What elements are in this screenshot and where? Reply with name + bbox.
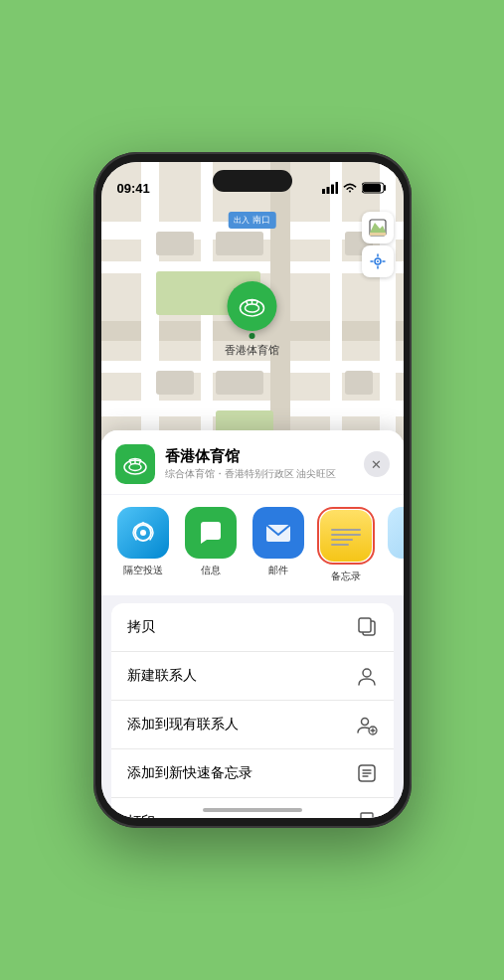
svg-rect-38 [361, 813, 373, 818]
svg-rect-5 [363, 184, 381, 192]
svg-line-10 [256, 301, 258, 305]
notes-label: 备忘录 [331, 570, 361, 583]
phone-frame: 09:41 [93, 152, 412, 828]
sheet-header: 香港体育馆 综合体育馆・香港特别行政区 油尖旺区 ✕ [101, 430, 404, 494]
add-contact-icon [356, 714, 378, 735]
quick-note-svg-icon [356, 762, 378, 784]
venue-info: 香港体育馆 综合体育馆・香港特别行政区 油尖旺区 [165, 447, 364, 481]
new-contact-icon [356, 665, 378, 687]
pin-circle [228, 281, 277, 331]
bottom-sheet: 香港体育馆 综合体育馆・香港特别行政区 油尖旺区 ✕ [101, 430, 404, 818]
stadium-icon [238, 291, 267, 321]
messages-icon-bg [185, 507, 237, 559]
airdrop-label: 隔空投送 [123, 564, 163, 577]
share-row: 隔空投送 信息 [101, 495, 404, 595]
share-item-mail[interactable]: 邮件 [249, 507, 308, 583]
svg-point-15 [377, 260, 379, 262]
airdrop-icon-bg [117, 507, 169, 559]
venue-name: 香港体育馆 [165, 447, 364, 466]
notes-line-2 [331, 534, 361, 536]
location-button[interactable] [362, 245, 394, 277]
svg-rect-1 [326, 187, 329, 194]
share-item-airdrop[interactable]: 隔空投送 [113, 507, 173, 583]
share-item-notes[interactable]: 备忘录 [316, 507, 376, 583]
copy-icon [356, 616, 378, 638]
messages-icon [195, 517, 227, 549]
svg-point-30 [361, 719, 368, 726]
action-add-contact-label: 添加到现有联系人 [127, 716, 239, 734]
notes-icon-bg [320, 510, 372, 562]
add-contact-svg-icon [356, 714, 378, 735]
notes-line-1 [331, 529, 361, 531]
copy-svg-icon [356, 616, 378, 638]
svg-rect-13 [370, 233, 386, 236]
svg-point-22 [140, 530, 146, 536]
mail-label: 邮件 [268, 564, 288, 577]
wifi-icon [342, 182, 358, 194]
svg-rect-0 [322, 189, 325, 194]
action-quick-note[interactable]: 添加到新快速备忘录 [111, 749, 394, 798]
print-icon [356, 811, 378, 818]
map-type-button[interactable] [362, 212, 394, 244]
action-list: 拷贝 新建联系人 [111, 603, 394, 818]
new-contact-svg-icon [356, 665, 378, 687]
map-controls[interactable] [362, 212, 394, 277]
share-item-more[interactable]: 提 [384, 507, 404, 583]
stadium-pin: 香港体育馆 [225, 281, 279, 358]
svg-rect-2 [331, 185, 334, 195]
notes-line-3 [331, 539, 353, 541]
action-new-contact[interactable]: 新建联系人 [111, 652, 394, 701]
svg-rect-3 [335, 182, 338, 194]
signal-icon [322, 182, 338, 194]
action-print-label: 打印 [127, 813, 155, 818]
status-icons [322, 182, 388, 194]
notes-lines [327, 523, 365, 550]
print-svg-icon [356, 811, 378, 818]
home-indicator [203, 808, 302, 812]
action-new-contact-label: 新建联系人 [127, 667, 197, 685]
notes-highlight-border [317, 507, 375, 565]
svg-point-29 [363, 669, 371, 677]
battery-icon [362, 182, 388, 194]
venue-stadium-icon [121, 450, 149, 478]
svg-point-7 [246, 304, 259, 312]
action-quick-note-label: 添加到新快速备忘录 [127, 764, 252, 782]
location-icon [370, 253, 386, 269]
close-button[interactable]: ✕ [364, 451, 390, 477]
airdrop-icon [128, 518, 158, 548]
mail-icon-bg [252, 507, 304, 559]
pin-label: 香港体育馆 [225, 343, 279, 358]
action-copy-label: 拷贝 [127, 618, 155, 636]
svg-rect-28 [359, 618, 371, 632]
quick-note-icon [356, 762, 378, 784]
map-type-icon [369, 219, 387, 237]
mail-icon [262, 517, 294, 549]
share-item-messages[interactable]: 信息 [181, 507, 241, 583]
notes-line-4 [331, 544, 349, 546]
map-entrance-label: 出入 南口 [228, 212, 276, 229]
messages-label: 信息 [201, 564, 221, 577]
action-copy[interactable]: 拷贝 [111, 603, 394, 652]
more-icon-bg [388, 507, 404, 559]
phone-screen: 09:41 [101, 162, 404, 818]
svg-marker-12 [370, 223, 386, 233]
more-circles-icon [398, 517, 404, 549]
dynamic-island [213, 170, 292, 192]
status-time: 09:41 [117, 181, 150, 196]
pin-dot [250, 333, 255, 339]
venue-icon [115, 444, 155, 484]
venue-subtitle: 综合体育馆・香港特别行政区 油尖旺区 [165, 467, 364, 481]
svg-point-17 [129, 464, 141, 471]
action-add-contact[interactable]: 添加到现有联系人 [111, 701, 394, 749]
